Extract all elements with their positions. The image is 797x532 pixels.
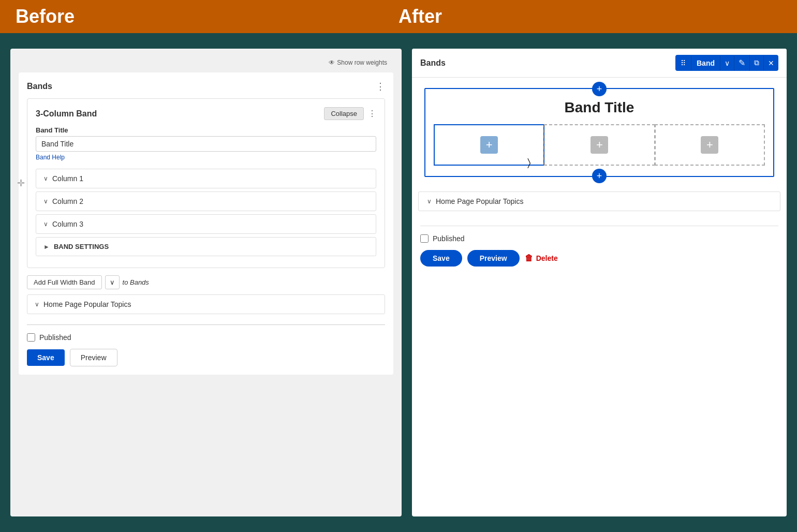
show-row-weights[interactable]: 👁 Show row weights <box>329 59 387 66</box>
add-full-width-band-button[interactable]: Add Full Width Band <box>27 275 102 289</box>
after-divider <box>420 226 778 226</box>
band-title-label: Band Title <box>36 126 376 134</box>
add-content-btn-1[interactable]: + <box>480 136 498 154</box>
band-title-input[interactable] <box>36 136 376 152</box>
after-panel: Bands ⠿ Band ∨ ✎ ⧉ ✕ + <box>412 49 787 516</box>
before-home-topics[interactable]: ∨ Home Page Popular Topics <box>27 294 385 314</box>
after-home-topics-label: Home Page Popular Topics <box>436 197 523 205</box>
after-published-label: Published <box>433 234 465 243</box>
after-bottom: Published Save Preview 🗑 Delete <box>412 217 787 275</box>
add-content-btn-3[interactable]: + <box>701 136 718 154</box>
after-delete-button[interactable]: 🗑 Delete <box>525 254 558 263</box>
show-row-weights-bar: 👁 Show row weights <box>19 57 393 68</box>
before-bands-menu-icon[interactable]: ⋮ <box>376 81 385 92</box>
column3-chevron: ∨ <box>43 220 48 228</box>
drag-handle-icon[interactable]: ✛ <box>17 178 25 189</box>
home-topics-chevron: ∨ <box>35 301 39 308</box>
band-settings-chevron: ► <box>43 243 50 250</box>
after-delete-label: Delete <box>536 254 558 262</box>
add-content-btn-2[interactable]: + <box>591 136 608 154</box>
after-panel-inner: Bands ⠿ Band ∨ ✎ ⧉ ✕ + <box>412 49 787 275</box>
before-published-checkbox[interactable] <box>27 333 35 342</box>
band-card: ✛ 3-Column Band Collapse ⋮ Band Title Ba… <box>27 98 385 268</box>
after-published-row: Published <box>420 234 778 243</box>
column2-chevron: ∨ <box>43 198 48 205</box>
after-published-checkbox[interactable] <box>420 234 429 243</box>
before-label: Before <box>16 6 398 27</box>
add-band-top-button[interactable]: + <box>592 82 607 96</box>
before-bands-title: Bands <box>27 82 52 91</box>
after-label: After <box>398 6 781 27</box>
after-bands-header: Bands ⠿ Band ∨ ✎ ⧉ ✕ <box>412 49 787 78</box>
column3-label: Column 3 <box>52 220 83 228</box>
band-card-header: 3-Column Band Collapse ⋮ <box>36 107 376 120</box>
before-published-row: Published <box>27 333 385 342</box>
band-settings-accordion[interactable]: ► BAND SETTINGS <box>36 237 376 256</box>
home-topics-label: Home Page Popular Topics <box>43 300 131 308</box>
add-band-top: + <box>592 82 607 96</box>
eye-icon: 👁 <box>329 59 335 66</box>
toolbar-grip-icon[interactable]: ⠿ <box>675 56 691 70</box>
before-content-card: Bands ⋮ ✛ 3-Column Band Collapse ⋮ Band … <box>19 72 393 375</box>
column2-label: Column 2 <box>52 197 83 205</box>
band-help-link[interactable]: Band Help <box>36 154 65 161</box>
after-preview-button[interactable]: Preview <box>467 250 520 267</box>
before-action-buttons: Save Preview <box>27 349 385 366</box>
column-cell-1: + 〉 <box>434 124 544 166</box>
column1-accordion[interactable]: ∨ Column 1 <box>36 169 376 188</box>
after-band-preview: + Band Title + 〉 + + <box>424 88 774 177</box>
before-preview-button[interactable]: Preview <box>70 349 117 366</box>
band-type-dropdown[interactable]: ∨ <box>105 275 120 289</box>
cursor-hand-icon: 〉 <box>527 157 531 169</box>
column1-label: Column 1 <box>52 174 83 183</box>
after-bands-title: Bands <box>420 58 446 68</box>
band-card-menu-icon[interactable]: ⋮ <box>368 109 376 119</box>
band-toolbar: ⠿ Band ∨ ✎ ⧉ ✕ <box>675 55 778 71</box>
add-band-bottom: + <box>592 169 607 183</box>
band-card-title: 3-Column Band <box>36 109 97 119</box>
before-divider <box>27 324 385 325</box>
add-band-bottom-button[interactable]: + <box>592 169 607 183</box>
collapse-button[interactable]: Collapse <box>324 107 364 120</box>
toolbar-copy-icon[interactable]: ⧉ <box>750 55 764 70</box>
column2-accordion[interactable]: ∨ Column 2 <box>36 191 376 211</box>
band-card-actions: Collapse ⋮ <box>324 107 376 120</box>
to-bands-text: to Bands <box>123 278 149 286</box>
column-cell-3: + <box>655 124 765 166</box>
after-home-topics[interactable]: ∨ Home Page Popular Topics <box>418 191 780 211</box>
column1-chevron: ∨ <box>43 175 48 182</box>
toolbar-band-name: Band <box>691 56 720 70</box>
toolbar-expand-icon[interactable]: ∨ <box>720 56 734 70</box>
header-bar: Before After <box>0 0 797 33</box>
column-cell-2: + <box>544 124 655 166</box>
after-action-buttons: Save Preview 🗑 Delete <box>420 250 778 267</box>
band-settings-label: BAND SETTINGS <box>54 243 109 250</box>
after-save-button[interactable]: Save <box>420 250 462 267</box>
main-content: 👁 Show row weights Bands ⋮ ✛ 3-Column Ba… <box>0 33 797 532</box>
columns-grid: + 〉 + + <box>425 124 773 176</box>
before-published-label: Published <box>39 333 71 342</box>
dropdown-chevron-icon: ∨ <box>110 278 115 286</box>
before-save-button[interactable]: Save <box>27 349 65 366</box>
before-panel: 👁 Show row weights Bands ⋮ ✛ 3-Column Ba… <box>10 49 402 516</box>
show-row-weights-text: Show row weights <box>337 59 387 66</box>
toolbar-edit-icon[interactable]: ✎ <box>734 55 750 71</box>
before-bands-header: Bands ⋮ <box>27 81 385 92</box>
after-home-topics-chevron: ∨ <box>427 198 432 205</box>
column3-accordion[interactable]: ∨ Column 3 <box>36 214 376 234</box>
toolbar-delete-icon[interactable]: ✕ <box>764 56 778 70</box>
delete-icon: 🗑 <box>525 254 533 263</box>
add-band-row: Add Full Width Band ∨ to Bands <box>27 275 385 289</box>
